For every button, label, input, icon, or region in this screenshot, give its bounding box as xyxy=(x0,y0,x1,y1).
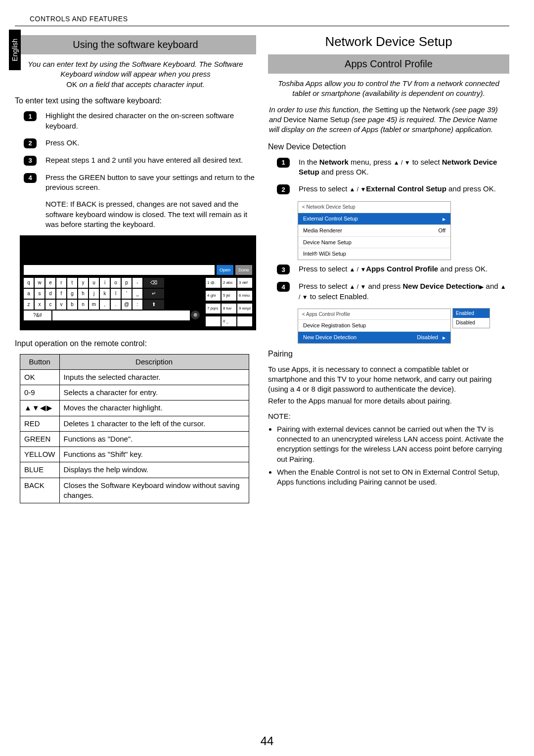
step-text: Repeat steps 1 and 2 until you have ente… xyxy=(45,155,256,165)
keyboard-text-field xyxy=(24,265,215,275)
step-number-icon: 3 xyxy=(277,265,290,274)
step: 2Press to select External Control Setup … xyxy=(277,184,509,194)
step-text: Press the GREEN button to save your sett… xyxy=(45,173,256,193)
note-item: Pairing with external devices cannot be … xyxy=(277,424,509,464)
table-row: BACKCloses the Software Keyboard window … xyxy=(20,478,249,503)
step: 4Press to select and press New Device De… xyxy=(277,281,509,302)
menu-row: Media RendererOff xyxy=(298,224,450,236)
step-text: Press to select and press New Device Det… xyxy=(299,281,509,302)
menu-illustration: < Apps Control ProfileDevice Registratio… xyxy=(298,309,451,344)
enter-icon: ↵ xyxy=(143,289,164,299)
step-number-icon: 1 xyxy=(24,111,37,121)
table-row: Moves the character highlight. xyxy=(20,400,249,416)
table-row: OKInputs the selected character. xyxy=(20,369,249,385)
note-label: NOTE: xyxy=(268,411,509,421)
remote-button-table: ButtonDescription OKInputs the selected … xyxy=(20,354,249,504)
up-down-arrows-icon xyxy=(394,158,410,166)
step-text: Press to select External Control Setup a… xyxy=(299,184,509,194)
step-number-icon: 3 xyxy=(24,156,37,166)
up-down-arrows-icon xyxy=(350,282,366,290)
step-text: In the Network menu, press to select Net… xyxy=(299,157,509,178)
note-text: NOTE: If BACK is pressed, changes are no… xyxy=(45,199,256,229)
header-divider xyxy=(15,26,509,26)
step-text: Press to select Apps Control Profile and… xyxy=(299,264,509,274)
globe-icon: ⊕ xyxy=(191,311,200,319)
step-text: Press OK. xyxy=(45,138,256,148)
menu-illustration: < Network Device SetupExternal Control S… xyxy=(298,201,451,260)
subheading-pairing: Pairing xyxy=(268,349,509,359)
step-number-icon: 2 xyxy=(24,138,37,148)
up-down-arrows-icon xyxy=(350,265,366,273)
dropdown-popup: EnabledDisabled xyxy=(452,308,490,328)
software-keyboard-illustration: Open Done qwertyuiop-⌫ asdfghjkl'_↵ zxcv… xyxy=(20,235,256,330)
menu-row: New Device DetectionDisabled xyxy=(298,331,450,343)
menu-row: Intel® WiDi Setup xyxy=(298,248,450,260)
section-banner-apps-control: Apps Control Profile xyxy=(268,54,509,74)
table-row: 0-9Selects a character for entry. xyxy=(20,385,249,400)
right-arrow-icon xyxy=(480,282,484,290)
shift-icon: ⬆ xyxy=(143,300,164,310)
table-row: GREENFunctions as "Done". xyxy=(20,431,249,446)
subheading-enter-text: To enter text using the software keyboar… xyxy=(15,95,256,106)
intro-apps: Toshiba Apps allow you to control the TV… xyxy=(272,79,505,99)
table-header-button: Button xyxy=(20,354,60,369)
intro-text: You can enter text by using the Software… xyxy=(19,59,252,89)
step: 3Press to select Apps Control Profile an… xyxy=(277,264,509,274)
step-number-icon: 4 xyxy=(277,282,290,292)
step: 1Highlight the desired character on the … xyxy=(24,111,256,131)
pairing-paragraph-2: Refer to the Apps manual for more detail… xyxy=(268,396,509,406)
step: 2Press OK. xyxy=(24,138,256,148)
keyboard-open-button: Open xyxy=(217,265,233,275)
backspace-icon: ⌫ xyxy=(143,278,164,288)
arrow-keys-icon xyxy=(24,403,53,412)
pairing-paragraph-1: To use Apps, it is necessary to connect … xyxy=(268,364,509,395)
note-item: When the Enable Control is not set to ON… xyxy=(277,467,509,488)
table-row: BLUEDisplays the help window. xyxy=(20,462,249,478)
step-number-icon: 2 xyxy=(277,184,290,194)
language-tab: English xyxy=(9,30,21,70)
table-row: YELLOWFunctions as "Shift" key. xyxy=(20,447,249,462)
header-breadcrumb: CONTROLS AND FEATURES xyxy=(30,15,509,23)
subheading-input-operation: Input operation on the remote control: xyxy=(15,338,256,349)
step-number-icon: 1 xyxy=(277,158,290,168)
menu-row: Device Registration Setup xyxy=(298,319,450,331)
note-list: Pairing with external devices cannot be … xyxy=(270,424,509,488)
dropdown-option: Disabled xyxy=(453,318,490,328)
table-row: REDDeletes 1 character to the left of th… xyxy=(20,416,249,431)
right-column: Network Device Setup Apps Control Profil… xyxy=(268,31,509,503)
step-number-icon: 4 xyxy=(24,173,37,183)
dropdown-option: Enabled xyxy=(453,309,490,318)
up-down-arrows-icon xyxy=(350,184,366,193)
menu-row: External Control Setup xyxy=(298,213,450,224)
subheading-new-device-detection: New Device Detection xyxy=(268,141,509,152)
page-title: Network Device Setup xyxy=(268,33,509,50)
page-number: 44 xyxy=(261,734,274,748)
left-column: Using the software keyboard You can ente… xyxy=(15,31,256,503)
menu-row: Device Name Setup xyxy=(298,236,450,248)
keyboard-done-button: Done xyxy=(235,265,252,275)
step-text: Highlight the desired character on the o… xyxy=(45,111,256,131)
step: 4Press the GREEN button to save your set… xyxy=(24,173,256,193)
step: 1In the Network menu, press to select Ne… xyxy=(277,157,509,178)
table-header-description: Description xyxy=(59,354,249,369)
step: 3Repeat steps 1 and 2 until you have ent… xyxy=(24,155,256,166)
requirement-text: In order to use this function, the Setti… xyxy=(269,105,508,135)
section-banner-software-keyboard: Using the software keyboard xyxy=(15,35,256,54)
